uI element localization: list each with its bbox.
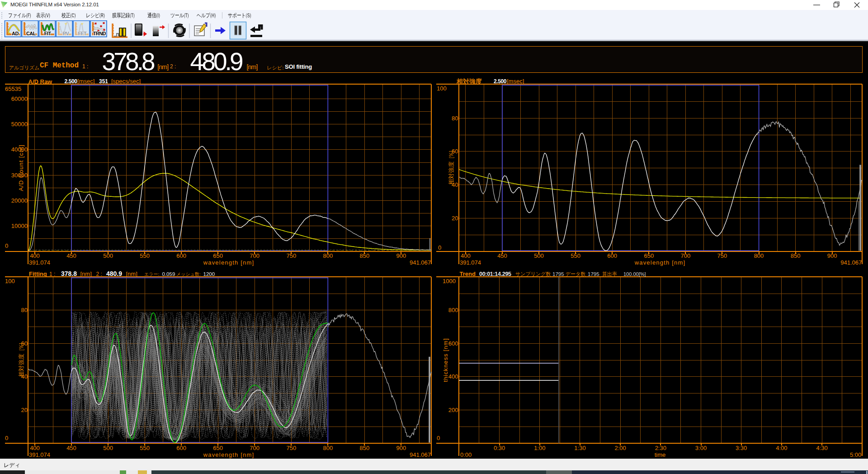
svg-text:850: 850: [791, 252, 801, 259]
svg-text:500: 500: [103, 252, 113, 259]
svg-text:Fitting: Fitting: [29, 270, 47, 277]
svg-text:600: 600: [607, 252, 617, 259]
svg-text:378.8: 378.8: [61, 270, 77, 277]
svg-text:550: 550: [140, 252, 150, 259]
svg-text:4:30: 4:30: [816, 445, 827, 451]
svg-text:wavelength [nm]: wavelength [nm]: [203, 259, 255, 266]
svg-text:20: 20: [21, 407, 28, 413]
svg-text:900: 900: [827, 252, 837, 259]
svg-text:A/D Raw: A/D Raw: [28, 78, 53, 85]
svg-text:100: 100: [5, 278, 15, 284]
svg-text:1:00: 1:00: [534, 445, 545, 451]
svg-text:650: 650: [644, 252, 654, 259]
svg-text:800: 800: [754, 252, 764, 259]
svg-text:400: 400: [461, 252, 471, 259]
svg-text:thickness [nm]: thickness [nm]: [442, 338, 449, 382]
svg-text:850: 850: [360, 252, 370, 259]
svg-text:[msec]: [msec]: [77, 78, 94, 85]
svg-text:2.500: 2.500: [494, 78, 507, 85]
svg-text:550: 550: [140, 445, 150, 451]
svg-text:351: 351: [99, 78, 108, 85]
svg-text:750: 750: [717, 252, 727, 259]
svg-text:40: 40: [21, 373, 28, 380]
svg-text:5:00: 5:00: [850, 451, 861, 458]
svg-text:1795: 1795: [588, 271, 599, 277]
svg-text:10000: 10000: [11, 223, 28, 229]
svg-text:0.059: 0.059: [162, 271, 175, 277]
svg-text:4:00: 4:00: [776, 445, 787, 451]
svg-text:500: 500: [534, 252, 544, 259]
svg-text:1200: 1200: [203, 271, 215, 277]
svg-text:700: 700: [250, 252, 259, 259]
svg-text:800: 800: [323, 445, 333, 451]
svg-text:0:00: 0:00: [460, 451, 472, 458]
svg-text:2:00: 2:00: [615, 445, 626, 451]
svg-text:[specs/sec]: [specs/sec]: [111, 78, 141, 85]
svg-text:700: 700: [250, 445, 259, 451]
svg-text:200: 200: [448, 407, 458, 413]
svg-text:391.074: 391.074: [460, 259, 481, 266]
svg-text:3:00: 3:00: [695, 445, 707, 451]
svg-text:20000: 20000: [11, 197, 28, 204]
svg-text:0:30: 0:30: [494, 445, 505, 451]
svg-text:A/D Count [cnt]: A/D Count [cnt]: [18, 144, 24, 191]
svg-text:100.00[%]: 100.00[%]: [623, 271, 646, 277]
svg-text:1000: 1000: [443, 278, 456, 284]
svg-text:941.067: 941.067: [410, 259, 431, 266]
svg-text:400: 400: [30, 445, 40, 451]
svg-text:wavelength [nm]: wavelength [nm]: [634, 259, 686, 266]
svg-text:600: 600: [176, 445, 186, 451]
svg-text:941.067: 941.067: [840, 259, 862, 266]
svg-text:1 :: 1 :: [49, 271, 55, 277]
svg-text:800: 800: [448, 307, 458, 313]
svg-text:80: 80: [452, 115, 458, 122]
svg-text:600: 600: [448, 340, 458, 347]
svg-text:Trend: Trend: [460, 270, 476, 277]
svg-text:1:30: 1:30: [574, 445, 585, 451]
svg-text:3:30: 3:30: [736, 445, 747, 451]
svg-text:0: 0: [438, 244, 441, 251]
svg-text:65535: 65535: [5, 85, 21, 92]
svg-text:650: 650: [213, 252, 223, 259]
svg-text:0: 0: [5, 242, 8, 249]
svg-text:1795: 1795: [552, 271, 564, 277]
svg-text:[nm]: [nm]: [126, 270, 137, 277]
svg-text:40: 40: [452, 181, 458, 188]
svg-text:650: 650: [213, 445, 223, 451]
svg-text:600: 600: [176, 252, 186, 259]
svg-text:2 :: 2 :: [96, 271, 102, 277]
svg-text:941.067: 941.067: [410, 451, 431, 458]
svg-text:20: 20: [452, 215, 458, 222]
svg-text:00:01:14.295: 00:01:14.295: [479, 271, 511, 277]
svg-text:480.9: 480.9: [106, 270, 122, 277]
svg-text:900: 900: [396, 252, 406, 259]
svg-text:2.500: 2.500: [65, 78, 78, 85]
svg-text:[msec]: [msec]: [507, 78, 524, 85]
svg-text:500: 500: [103, 445, 113, 451]
svg-text:50000: 50000: [11, 121, 28, 128]
svg-text:time: time: [655, 451, 666, 458]
svg-text:[nm]: [nm]: [80, 270, 92, 277]
svg-text:391.074: 391.074: [29, 451, 50, 458]
svg-text:550: 550: [571, 252, 580, 259]
svg-text:800: 800: [323, 252, 333, 259]
svg-text:wavelength [nm]: wavelength [nm]: [203, 451, 255, 458]
svg-text:0: 0: [5, 435, 8, 441]
svg-text:400: 400: [448, 373, 458, 380]
svg-text:450: 450: [66, 445, 76, 451]
svg-text:100: 100: [437, 85, 447, 92]
svg-text:450: 450: [497, 252, 507, 259]
svg-text:391.074: 391.074: [29, 259, 50, 266]
svg-text:450: 450: [66, 252, 76, 259]
svg-text:750: 750: [286, 445, 296, 451]
svg-text:60000: 60000: [11, 95, 28, 102]
svg-text:400: 400: [30, 252, 40, 259]
svg-text:0: 0: [437, 435, 440, 441]
svg-text:700: 700: [681, 252, 691, 259]
svg-text:80: 80: [21, 307, 28, 313]
svg-text:850: 850: [360, 445, 370, 451]
svg-text:750: 750: [286, 252, 296, 259]
svg-text:900: 900: [396, 445, 406, 451]
svg-text:2:30: 2:30: [655, 445, 666, 451]
